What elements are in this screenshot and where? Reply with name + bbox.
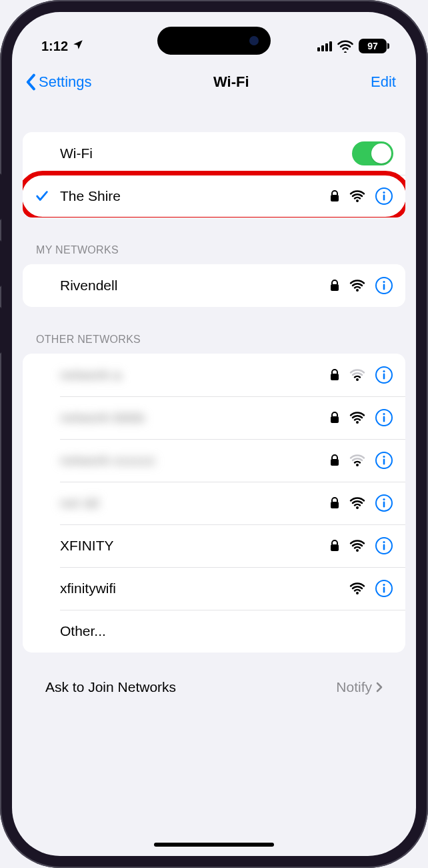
svg-rect-20 — [331, 459, 339, 466]
lock-icon — [329, 411, 340, 424]
wifi-signal-icon — [349, 539, 365, 552]
svg-rect-14 — [383, 374, 385, 380]
svg-point-31 — [356, 549, 359, 552]
network-name: network-a — [60, 367, 329, 383]
wifi-group: Wi-Fi The Shire — [23, 132, 405, 218]
svg-point-13 — [383, 370, 385, 372]
svg-rect-34 — [383, 544, 385, 550]
svg-rect-30 — [331, 544, 339, 551]
status-time: 1:12 — [41, 39, 68, 54]
svg-point-3 — [383, 191, 385, 193]
battery-indicator: 97 — [359, 39, 387, 53]
svg-rect-15 — [331, 416, 339, 423]
back-button[interactable]: Settings — [25, 73, 92, 91]
svg-point-8 — [383, 281, 385, 283]
svg-rect-29 — [383, 502, 385, 508]
info-button[interactable] — [375, 408, 393, 427]
edit-button[interactable]: Edit — [371, 73, 396, 91]
svg-point-26 — [356, 506, 359, 509]
svg-point-35 — [356, 592, 359, 594]
wifi-signal-icon — [349, 582, 365, 595]
svg-rect-9 — [383, 284, 385, 290]
svg-rect-24 — [383, 459, 385, 465]
connected-network-name: The Shire — [60, 188, 329, 204]
my-networks-group: Rivendell — [23, 264, 405, 307]
other-networks-group: network-anetwork-bbbbnetwork-ccccccnet d… — [23, 354, 405, 653]
ask-to-join-label: Ask to Join Networks — [45, 679, 176, 695]
navigation-bar: Settings Wi-Fi Edit — [12, 59, 416, 100]
other-networks-header: Other Networks — [23, 307, 405, 354]
wifi-signal-icon — [349, 279, 365, 292]
svg-point-21 — [356, 464, 359, 466]
network-row[interactable]: network-a — [23, 354, 405, 396]
lock-icon — [329, 279, 340, 292]
chevron-right-icon — [376, 682, 383, 693]
info-button[interactable] — [375, 579, 393, 598]
svg-point-23 — [383, 456, 385, 458]
svg-rect-10 — [331, 374, 339, 380]
svg-rect-4 — [383, 195, 385, 201]
lock-icon — [329, 496, 340, 510]
network-name: xfinitywifi — [60, 580, 349, 596]
svg-rect-25 — [331, 502, 339, 508]
network-row[interactable]: XFINITY — [23, 524, 405, 567]
network-name: XFINITY — [60, 538, 329, 554]
ask-to-join-row[interactable]: Ask to Join Networks Notify — [23, 653, 405, 695]
wifi-signal-icon — [349, 496, 365, 510]
svg-point-11 — [356, 378, 359, 381]
wifi-signal-icon — [349, 454, 365, 467]
network-row[interactable]: net dd — [23, 482, 405, 524]
lock-icon — [329, 368, 340, 382]
ask-to-join-value: Notify — [336, 679, 372, 695]
back-label: Settings — [39, 73, 92, 91]
network-row[interactable]: Other... — [23, 610, 405, 653]
connected-network-row[interactable]: The Shire — [23, 175, 405, 218]
battery-level: 97 — [367, 41, 378, 51]
page-title: Wi-Fi — [213, 73, 249, 91]
svg-rect-38 — [383, 587, 385, 593]
svg-point-1 — [356, 199, 359, 202]
lock-icon — [329, 539, 340, 552]
svg-rect-19 — [383, 416, 385, 422]
location-icon — [72, 39, 84, 54]
wifi-toggle-label: Wi-Fi — [60, 145, 352, 161]
svg-point-33 — [383, 541, 385, 543]
lock-icon — [329, 454, 340, 467]
svg-rect-5 — [331, 284, 339, 291]
network-row[interactable]: Rivendell — [23, 264, 405, 307]
phone-device-frame: 1:12 97 Settings Wi-Fi Edit — [0, 0, 428, 868]
checkmark-icon — [35, 189, 60, 203]
svg-rect-0 — [331, 195, 339, 201]
info-button[interactable] — [375, 187, 393, 205]
wifi-signal-icon — [349, 368, 365, 382]
wifi-status-icon — [337, 39, 353, 53]
info-button[interactable] — [375, 276, 393, 295]
network-name: network-cccccc — [60, 452, 329, 468]
content-area: Wi-Fi The Shire — [12, 132, 416, 695]
wifi-toggle-row: Wi-Fi — [23, 132, 405, 175]
network-name: network-bbbb — [60, 410, 329, 426]
svg-point-28 — [383, 498, 385, 500]
info-button[interactable] — [375, 451, 393, 470]
svg-point-6 — [356, 289, 359, 292]
network-row[interactable]: xfinitywifi — [23, 567, 405, 610]
screen: 1:12 97 Settings Wi-Fi Edit — [12, 12, 416, 856]
svg-point-37 — [383, 584, 385, 586]
network-row[interactable]: network-cccccc — [23, 439, 405, 482]
info-button[interactable] — [375, 494, 393, 512]
lock-icon — [329, 189, 340, 203]
info-button[interactable] — [375, 366, 393, 384]
my-networks-header: My Networks — [23, 218, 405, 264]
home-indicator[interactable] — [154, 843, 274, 847]
network-row[interactable]: network-bbbb — [23, 396, 405, 439]
network-name: Other... — [60, 623, 393, 639]
cellular-icon — [317, 41, 332, 51]
svg-point-18 — [383, 413, 385, 415]
dynamic-island — [157, 27, 271, 55]
wifi-signal-icon — [349, 189, 365, 203]
info-button[interactable] — [375, 536, 393, 555]
wifi-signal-icon — [349, 411, 365, 424]
wifi-toggle[interactable] — [352, 141, 393, 165]
network-name: Rivendell — [60, 278, 329, 294]
svg-point-16 — [356, 421, 359, 424]
